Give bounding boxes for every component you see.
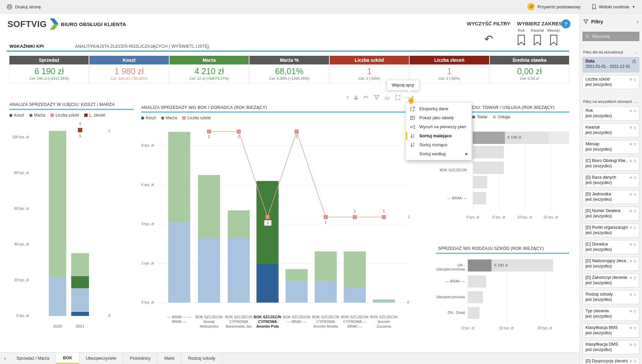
filters-search-input[interactable]: Wyszukaj: [582, 32, 639, 41]
filter-card-liczba-szkód[interactable]: Liczba szkód∨◇jest (wszystko): [582, 75, 639, 89]
bar-segment[interactable]: [49, 277, 66, 316]
line-marker[interactable]: [382, 215, 386, 219]
bar-segment[interactable]: [71, 288, 89, 312]
eraser-icon[interactable]: ◇: [634, 292, 636, 297]
page-tab-sprzedaż-marża[interactable]: Sprzedaż / Marża: [10, 353, 56, 364]
bar-segment[interactable]: [373, 300, 395, 301]
bar-segment[interactable]: [71, 276, 89, 288]
filter-card-klasyfikacja-bms[interactable]: Klasyfikacja BMS∨◇jest (wszystko): [582, 324, 639, 338]
bar-segment[interactable]: [168, 132, 190, 222]
filter-card-d-dyspozycja-zlecenia[interactable]: [D] Dyspozycja zlecenia∨◇jest (wszystko): [582, 357, 639, 364]
line-marker[interactable]: [237, 130, 241, 134]
section-all-more[interactable]: ...: [634, 99, 639, 104]
bar-segment[interactable]: [473, 132, 505, 144]
bar-segment[interactable]: [71, 253, 89, 276]
count-marker[interactable]: [78, 128, 82, 132]
eraser-icon[interactable]: ◇: [634, 259, 636, 263]
chevron-down-icon[interactable]: ∨: [629, 326, 632, 330]
chevron-down-icon[interactable]: ∨: [629, 125, 632, 130]
eraser-icon[interactable]: ◇: [634, 159, 636, 163]
bar-segment[interactable]: [198, 238, 220, 303]
undo-icon[interactable]: ↶: [484, 33, 493, 45]
bar-segment[interactable]: [548, 132, 569, 144]
filter-card-c-biuro-obsługi-klie[interactable]: [C] Biuro Obsługi Klie...∨◇jest (wszystk…: [582, 157, 639, 171]
filter-card-miesiąc[interactable]: Miesiąc∨◇jest (wszystko): [582, 140, 639, 154]
collapse-panel-icon[interactable]: ›: [637, 18, 639, 25]
bar-segment[interactable]: [315, 281, 337, 303]
chevron-down-icon[interactable]: ∨: [629, 292, 632, 297]
chevron-down-icon[interactable]: ∨: [629, 192, 632, 196]
bar-segment[interactable]: [468, 291, 483, 303]
chevron-down-icon[interactable]: ∨: [629, 225, 632, 230]
bookmark-miesiąc-icon[interactable]: [549, 35, 558, 45]
filter-card-d-punkt-organizacyjny[interactable]: [D] Punkt organizacyjny∨◇jest (wszystko): [582, 223, 639, 237]
line-marker[interactable]: [324, 215, 328, 219]
drill-up-icon[interactable]: ↑: [346, 94, 349, 101]
bar-segment[interactable]: [468, 276, 486, 288]
bar-segment[interactable]: [168, 222, 190, 303]
filter-card-kwartał[interactable]: Kwartał∨◇jest (wszystko): [582, 123, 639, 137]
bar-segment[interactable]: [473, 192, 486, 204]
bar-segment[interactable]: [373, 301, 395, 303]
bar-segment[interactable]: [344, 287, 366, 303]
bar-segment[interactable]: [49, 131, 66, 277]
bar-segment[interactable]: [71, 312, 89, 316]
filter-card-d-baza-danych[interactable]: [D] Baza danych∨◇jest (wszystko): [582, 173, 639, 187]
chevron-down-icon[interactable]: ∨: [629, 242, 632, 246]
bar-segment[interactable]: [286, 281, 308, 303]
filter-card-typ-zlecenia[interactable]: Typ zlecenia∨◇jest (wszystko): [582, 307, 639, 321]
focus-mode-icon[interactable]: [395, 94, 401, 101]
bar-segment[interactable]: [344, 251, 366, 287]
line-marker[interactable]: [295, 130, 299, 134]
chevron-down-icon[interactable]: ∨: [629, 359, 632, 363]
help-button[interactable]: ?: [561, 19, 570, 28]
bar-segment[interactable]: [228, 238, 250, 303]
menu-item-eksportuj-dane[interactable]: Eksportuj dane: [406, 104, 471, 113]
eraser-icon[interactable]: ◇: [634, 225, 636, 230]
eraser-icon[interactable]: ◇: [634, 326, 636, 330]
restore-default-button[interactable]: ↺ Przywróć podstawowy: [527, 3, 580, 10]
chevron-down-icon[interactable]: ∨: [629, 142, 632, 146]
print-page-button[interactable]: Drukuj stronę: [7, 4, 41, 10]
bookmark-rok-icon[interactable]: [517, 35, 526, 45]
chevron-down-icon[interactable]: ∨: [629, 276, 632, 280]
personal-views-button[interactable]: Widoki osobiste ▼: [592, 4, 635, 10]
eraser-icon[interactable]: ◇: [634, 242, 636, 246]
page-tab-ubezpieczyciele[interactable]: Ubezpieczyciele: [79, 353, 123, 364]
bar-segment[interactable]: [256, 264, 279, 303]
bar-segment[interactable]: [473, 176, 487, 188]
eraser-icon[interactable]: ◇: [634, 309, 636, 313]
bar-segment[interactable]: [286, 269, 308, 281]
eraser-icon[interactable]: ◇: [634, 192, 636, 196]
menu-item-sortuj-według[interactable]: Sortuj według▶: [406, 149, 471, 158]
eraser-icon[interactable]: ◇: [634, 359, 636, 363]
bar-segment[interactable]: [473, 162, 504, 174]
page-tab-pośrednicy[interactable]: Pośrednicy: [123, 353, 157, 364]
chevron-down-icon[interactable]: ∨: [629, 109, 632, 113]
eraser-icon[interactable]: ◇: [634, 175, 636, 180]
eraser-icon[interactable]: ◇: [634, 109, 636, 113]
pages-back-icon[interactable]: ‹: [0, 353, 10, 364]
expand-all-icon[interactable]: [363, 94, 369, 101]
page-tab-bok[interactable]: BOK: [56, 353, 79, 364]
filter-card-d-zakończył-zlecenie[interactable]: [D] Zakończył zlecenie∨◇jest (wszystko): [582, 274, 639, 288]
eraser-icon[interactable]: ◇: [634, 209, 636, 213]
chevron-down-icon[interactable]: ∨: [629, 309, 632, 313]
filter-card-rok[interactable]: Rok∨◇jest (wszystko): [582, 107, 639, 121]
filter-card-data[interactable]: Data2021-01-01 - 2021-12-31: [582, 57, 639, 72]
filters-icon[interactable]: [373, 94, 380, 101]
line-marker[interactable]: [207, 130, 211, 134]
eraser-icon[interactable]: ◇: [634, 342, 636, 347]
bar-segment[interactable]: [228, 210, 250, 238]
chevron-down-icon[interactable]: ∨: [629, 77, 632, 81]
eraser-icon[interactable]: ◇: [634, 125, 636, 130]
chevron-down-icon[interactable]: ∨: [629, 209, 632, 213]
menu-item-sortuj-malejąco[interactable]: ZASortuj malejąco: [406, 131, 471, 140]
tab-wskazniki-kpi[interactable]: WSKAŹNIKI KPI: [9, 44, 44, 49]
chevron-down-icon[interactable]: ∨: [629, 342, 632, 347]
tab-analityka[interactable]: ANALITYKA: [75, 44, 99, 49]
filter-card-c-doradca[interactable]: [C] Doradca∨◇jest (wszystko): [582, 240, 639, 254]
filter-card-d-numer-dealera[interactable]: [D] Numer Dealera∨◇jest (wszystko): [582, 207, 639, 221]
eraser-icon[interactable]: ◇: [634, 276, 636, 280]
menu-item-sortuj-rosnąco[interactable]: AZSortuj rosnąco: [406, 140, 471, 149]
